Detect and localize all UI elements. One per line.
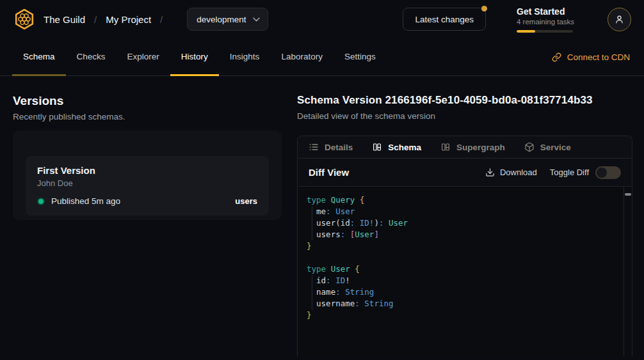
detail-tab-label: Details xyxy=(325,143,353,152)
schema-version-detail-box: DetailsSchemaSupergraphService Diff View… xyxy=(297,136,632,357)
schema-version-title: Schema Version 2166196f-5e10-4059-bd0a-0… xyxy=(297,94,632,107)
versions-panel: Versions Recently published schemas. Fir… xyxy=(0,76,297,360)
nav-tab-explorer[interactable]: Explorer xyxy=(117,38,170,76)
connect-to-cdn-label: Connect to CDN xyxy=(567,52,630,62)
detail-tab-supergraph[interactable]: Supergraph xyxy=(440,142,505,152)
nav-tab-laboratory[interactable]: Laboratory xyxy=(270,38,334,76)
detail-tab-service[interactable]: Service xyxy=(524,142,571,152)
version-list-item[interactable]: First Version John Doe Published 5m ago … xyxy=(26,156,269,215)
service-name-badge: users xyxy=(235,196,257,206)
code-scrollbar-thumb[interactable] xyxy=(625,193,631,196)
versions-title: Versions xyxy=(13,94,282,108)
app-header: The Guild / My Project / development Lat… xyxy=(0,0,644,38)
detail-tab-bar: DetailsSchemaSupergraphService xyxy=(298,136,632,159)
guild-logo-icon[interactable] xyxy=(13,8,36,31)
person-icon xyxy=(614,14,625,25)
get-started-progress-bar xyxy=(517,30,573,33)
diff-view-header: Diff View Download Toggle D xyxy=(298,159,632,187)
project-breadcrumb[interactable]: My Project xyxy=(106,14,151,25)
download-label: Download xyxy=(500,168,537,177)
main-nav: SchemaChecksExplorerHistoryInsightsLabor… xyxy=(0,38,644,76)
get-started-progress-fill xyxy=(517,30,535,33)
code-scrollbar[interactable] xyxy=(624,187,632,357)
latest-changes-label: Latest changes xyxy=(415,15,474,24)
latest-changes-button[interactable]: Latest changes xyxy=(403,8,486,31)
version-name: First Version xyxy=(37,165,257,176)
schema-version-panel: Schema Version 2166196f-5e10-4059-bd0a-0… xyxy=(297,76,644,360)
code-lines: type Query { me: User user(id: ID!): Use… xyxy=(307,194,615,321)
versions-list-card: First Version John Doe Published 5m ago … xyxy=(13,130,282,220)
detail-tab-details[interactable]: Details xyxy=(309,142,353,152)
target-selector-value: development xyxy=(197,15,246,24)
get-started-title: Get Started xyxy=(517,6,574,17)
get-started-widget[interactable]: Get Started 4 remaining tasks xyxy=(517,6,574,33)
user-avatar[interactable] xyxy=(608,8,631,31)
nav-tab-settings[interactable]: Settings xyxy=(334,38,387,76)
columns-icon xyxy=(440,142,451,152)
diff-view-title: Diff View xyxy=(309,167,349,178)
columns-icon xyxy=(372,142,382,152)
target-selector-dropdown[interactable]: development xyxy=(187,8,268,31)
link-icon xyxy=(552,52,561,62)
breadcrumb-separator: / xyxy=(94,14,97,25)
main-content: Versions Recently published schemas. Fir… xyxy=(0,76,644,360)
nav-tab-history[interactable]: History xyxy=(170,38,219,76)
list-icon xyxy=(309,142,319,152)
detail-tab-label: Schema xyxy=(388,143,421,152)
detail-tab-label: Service xyxy=(540,143,571,152)
cube-icon xyxy=(524,142,535,152)
download-button[interactable]: Download xyxy=(485,168,537,177)
breadcrumb-separator: / xyxy=(160,14,163,25)
nav-tab-insights[interactable]: Insights xyxy=(219,38,271,76)
toggle-diff-switch[interactable] xyxy=(595,166,621,179)
published-status-dot xyxy=(37,198,45,205)
version-author: John Doe xyxy=(37,178,257,188)
download-icon xyxy=(485,168,495,177)
notification-dot xyxy=(481,6,487,12)
detail-tab-label: Supergraph xyxy=(456,143,505,152)
toggle-knob xyxy=(597,168,607,178)
toggle-diff-label: Toggle Diff xyxy=(550,168,589,177)
schema-code-viewer[interactable]: type Query { me: User user(id: ID!): Use… xyxy=(298,187,632,357)
published-status-text: Published 5m ago xyxy=(51,196,120,206)
versions-subtitle: Recently published schemas. xyxy=(13,112,282,121)
chevron-down-icon xyxy=(253,17,260,22)
detail-tab-schema[interactable]: Schema xyxy=(372,142,421,152)
schema-version-subtitle: Detailed view of the schema version xyxy=(297,111,632,121)
nav-tab-schema[interactable]: Schema xyxy=(12,38,66,76)
org-breadcrumb[interactable]: The Guild xyxy=(44,14,85,25)
connect-to-cdn-link[interactable]: Connect to CDN xyxy=(552,38,630,75)
get-started-subtitle: 4 remaining tasks xyxy=(517,18,574,26)
nav-tab-checks[interactable]: Checks xyxy=(66,38,117,76)
